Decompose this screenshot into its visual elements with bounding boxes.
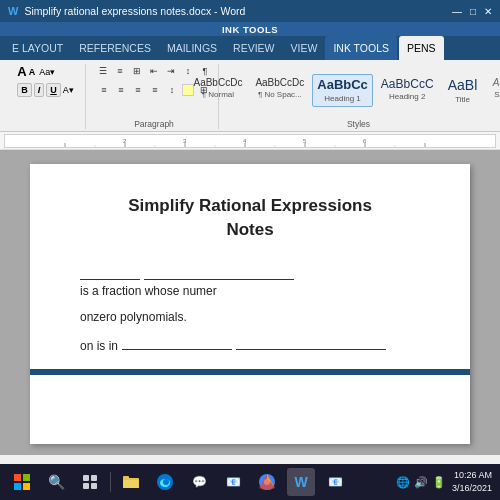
chat-button[interactable]: 💬 bbox=[185, 468, 213, 496]
style-subtitle-preview: AaBbc bbox=[493, 77, 500, 89]
svg-rect-19 bbox=[14, 474, 21, 481]
tab-ink-tools[interactable]: INK TOOLS bbox=[325, 36, 397, 60]
font-aa-btn[interactable]: Aa▾ bbox=[39, 67, 55, 77]
font-size-a-large[interactable]: A bbox=[17, 64, 26, 79]
tab-mailings[interactable]: MAILINGS bbox=[159, 36, 225, 60]
svg-rect-23 bbox=[83, 475, 89, 481]
align-center-icon[interactable]: ≡ bbox=[114, 83, 128, 97]
styles-section: AaBbCcDc ¶ Normal AaBbCcDc ¶ No Spac... … bbox=[223, 64, 494, 129]
close-button[interactable]: ✕ bbox=[484, 6, 492, 17]
ruler-area: 2 3 4 5 6 bbox=[0, 132, 500, 150]
font-color-btn[interactable]: A▾ bbox=[63, 85, 74, 95]
tab-review[interactable]: REVIEW bbox=[225, 36, 282, 60]
ink-tools-bar: INK TOOLS bbox=[0, 22, 500, 36]
style-subtitle-label: Subtitle bbox=[494, 90, 500, 99]
bold-button[interactable]: B bbox=[17, 83, 32, 97]
edge-icon bbox=[157, 474, 173, 490]
style-heading2-preview: AaBbCcC bbox=[381, 77, 434, 91]
multilevel-icon[interactable]: ⊞ bbox=[130, 64, 144, 78]
blue-highlight-bar bbox=[30, 369, 470, 375]
search-button[interactable]: 🔍 bbox=[42, 468, 70, 496]
doc-content-line2: onzero polynomials. bbox=[80, 310, 420, 324]
ribbon-tabs: E LAYOUT REFERENCES MAILINGS REVIEW VIEW… bbox=[0, 36, 500, 60]
mail-button[interactable]: 📧 bbox=[219, 468, 247, 496]
taskbar-separator-1 bbox=[110, 472, 111, 492]
style-heading1-label: Heading 1 bbox=[324, 94, 360, 103]
svg-rect-22 bbox=[23, 483, 30, 490]
file-explorer-button[interactable] bbox=[117, 468, 145, 496]
svg-rect-0 bbox=[5, 135, 495, 148]
tab-layout[interactable]: E LAYOUT bbox=[4, 36, 71, 60]
increase-indent-icon[interactable]: ⇥ bbox=[164, 64, 178, 78]
style-no-spacing-label: ¶ No Spac... bbox=[258, 90, 302, 99]
line2-text: onzero polynomials. bbox=[80, 310, 187, 324]
font-section: A A Aa▾ B I U A▾ bbox=[6, 64, 86, 129]
tab-references[interactable]: REFERENCES bbox=[71, 36, 159, 60]
word-taskbar-button[interactable]: W bbox=[287, 468, 315, 496]
style-title-preview: AaBl bbox=[448, 77, 478, 94]
ribbon: A A Aa▾ B I U A▾ ☰ ≡ ⊞ ⇤ ⇥ ↕ ¶ bbox=[0, 60, 500, 132]
styles-section-label: Styles bbox=[347, 119, 370, 129]
network-icon[interactable]: 🌐 bbox=[396, 476, 410, 489]
style-heading2-label: Heading 2 bbox=[389, 92, 425, 101]
align-left-icon[interactable]: ≡ bbox=[97, 83, 111, 97]
decrease-indent-icon[interactable]: ⇤ bbox=[147, 64, 161, 78]
chrome-icon bbox=[259, 474, 275, 490]
blank-4 bbox=[236, 336, 386, 350]
svg-rect-29 bbox=[123, 476, 129, 480]
chrome-button[interactable] bbox=[253, 468, 281, 496]
justify-icon[interactable]: ≡ bbox=[148, 83, 162, 97]
style-heading2[interactable]: AaBbCcC Heading 2 bbox=[376, 74, 439, 107]
maximize-button[interactable]: □ bbox=[470, 6, 476, 17]
clock-date: 3/16/2021 bbox=[452, 482, 492, 495]
title-bar: W Simplify rational expressions notes.do… bbox=[0, 0, 500, 22]
style-no-spacing-preview: AaBbCcDc bbox=[255, 77, 304, 89]
tab-view[interactable]: VIEW bbox=[283, 36, 326, 60]
svg-rect-28 bbox=[123, 480, 139, 488]
style-heading1[interactable]: AaBbCc Heading 1 bbox=[312, 74, 373, 107]
clock[interactable]: 10:26 AM 3/16/2021 bbox=[452, 469, 492, 494]
svg-rect-24 bbox=[91, 475, 97, 481]
ruler-svg: 2 3 4 5 6 bbox=[5, 135, 495, 148]
styles-grid: AaBbCcDc ¶ Normal AaBbCcDc ¶ No Spac... … bbox=[188, 64, 500, 117]
svg-rect-26 bbox=[91, 483, 97, 489]
system-tray: 🌐 🔊 🔋 bbox=[396, 476, 446, 489]
styles-list: AaBbCcDc ¶ Normal AaBbCcDc ¶ No Spac... … bbox=[188, 74, 500, 107]
task-view-button[interactable] bbox=[76, 468, 104, 496]
taskbar: 🔍 💬 📧 W 📧 🌐 bbox=[0, 464, 500, 500]
battery-icon[interactable]: 🔋 bbox=[432, 476, 446, 489]
style-no-spacing[interactable]: AaBbCcDc ¶ No Spac... bbox=[250, 74, 309, 107]
paragraph-section-label: Paragraph bbox=[134, 119, 174, 129]
ink-tools-label: INK TOOLS bbox=[222, 24, 278, 35]
align-right-icon[interactable]: ≡ bbox=[131, 83, 145, 97]
outlook-button[interactable]: 📧 bbox=[321, 468, 349, 496]
style-subtitle[interactable]: AaBbc Subtitle bbox=[487, 74, 500, 107]
word-logo-icon: W bbox=[8, 5, 18, 17]
blank-1 bbox=[80, 266, 140, 280]
clock-time: 10:26 AM bbox=[452, 469, 492, 482]
font-row-1: A A Aa▾ bbox=[17, 64, 55, 79]
numbering-icon[interactable]: ≡ bbox=[113, 64, 127, 78]
document-title: Simplify Rational Expressions Notes bbox=[80, 194, 420, 242]
font-size-a-small[interactable]: A bbox=[29, 67, 36, 77]
start-button[interactable] bbox=[8, 468, 36, 496]
tab-pens[interactable]: PENS bbox=[399, 36, 444, 60]
volume-icon[interactable]: 🔊 bbox=[414, 476, 428, 489]
minimize-button[interactable]: — bbox=[452, 6, 462, 17]
edge-button[interactable] bbox=[151, 468, 179, 496]
line-spacing-icon[interactable]: ↕ bbox=[165, 83, 179, 97]
italic-button[interactable]: I bbox=[34, 83, 45, 97]
svg-rect-21 bbox=[14, 483, 21, 490]
title-text: Simplify rational expressions notes.docx… bbox=[24, 5, 245, 17]
style-title[interactable]: AaBl Title bbox=[442, 74, 484, 107]
style-normal[interactable]: AaBbCcDc ¶ Normal bbox=[188, 74, 247, 107]
svg-point-32 bbox=[163, 479, 169, 485]
document-page[interactable]: Simplify Rational Expressions Notes is a… bbox=[30, 164, 470, 444]
document-area: Simplify Rational Expressions Notes is a… bbox=[0, 150, 500, 455]
svg-rect-25 bbox=[83, 483, 89, 489]
line3-text: on is in bbox=[80, 339, 118, 353]
bullets-icon[interactable]: ☰ bbox=[96, 64, 110, 78]
underline-button[interactable]: U bbox=[46, 83, 61, 97]
file-explorer-icon bbox=[123, 474, 139, 490]
window-controls: — □ ✕ bbox=[452, 6, 492, 17]
